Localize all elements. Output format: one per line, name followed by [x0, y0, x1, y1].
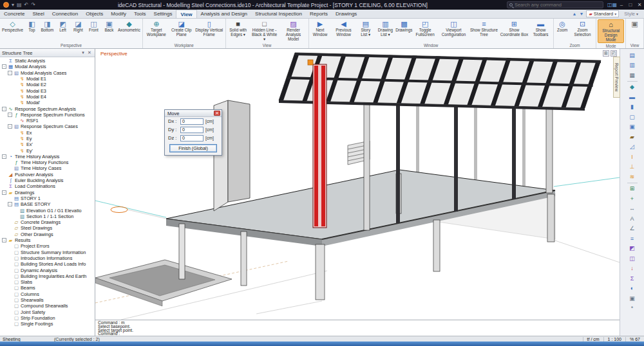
- ribbon-button-create-clip-plane[interactable]: ◪Create Clip Plane: [169, 19, 194, 42]
- ribbon-button-left[interactable]: ◩Left: [55, 19, 70, 42]
- dimension-tool-icon[interactable]: ↔: [627, 204, 638, 214]
- move-dialog-titlebar[interactable]: Move ✕: [165, 110, 222, 117]
- tree-item-results[interactable]: -▰Results: [0, 237, 95, 243]
- app-menu-icon[interactable]: ▾: [12, 2, 14, 8]
- tree-item-building-irregularities-and-earth[interactable]: ▢Building Irregularities And Earth: [0, 273, 95, 279]
- display-tool-icon[interactable]: ◐: [627, 284, 638, 294]
- dx-field[interactable]: [180, 118, 204, 125]
- tree-item-static-analysis[interactable]: ΣStatic Analysis: [0, 58, 95, 64]
- ribbon-button-target-workplane[interactable]: ⊕Target Workplane: [144, 19, 169, 42]
- expand-toggle-icon[interactable]: -: [2, 190, 6, 195]
- help-icon[interactable]: ▦: [612, 2, 617, 8]
- tree-item-compound-shearwalls[interactable]: ▢Compound Shearwalls: [0, 303, 95, 309]
- maximize-button[interactable]: □: [626, 0, 635, 10]
- settings-tool-icon[interactable]: *: [627, 304, 638, 314]
- ribbon-button-previous-window[interactable]: ◀Previous Window: [331, 19, 357, 42]
- tree-item-modal-e2[interactable]: ↯Modal E2: [0, 82, 95, 87]
- tree-item-steel-drawings[interactable]: ▱Steel Drawings: [0, 225, 95, 231]
- tree-item-slabs[interactable]: ▢Slabs: [0, 279, 95, 285]
- tree-item-modal[interactable]: ↯Modal': [0, 100, 95, 105]
- standard-combo[interactable]: ▰ Standard ▾: [586, 10, 619, 17]
- tree-item-beams[interactable]: ▢Beams: [0, 285, 95, 291]
- print-report-tool-icon[interactable]: ▦: [627, 70, 638, 80]
- tree-item-introduction-informations[interactable]: ▢Introduction Informations: [0, 255, 95, 261]
- expand-toggle-icon[interactable]: -: [2, 107, 6, 111]
- tree-item-shearwalls[interactable]: ▢Shearwalls: [0, 297, 95, 303]
- tree-item-concrete-drawings[interactable]: ▱Concrete Drawings: [0, 219, 95, 225]
- command-panel[interactable]: Command : mSelect basepoint.Select targe…: [95, 320, 620, 336]
- tab-steel[interactable]: Steel: [28, 10, 48, 18]
- status-scale[interactable]: 1 : 100: [603, 337, 625, 341]
- ribbon-button-camera[interactable]: ▣: [627, 19, 642, 42]
- tree-item-project-errors[interactable]: ▢Project Errors: [0, 243, 95, 249]
- tree-item-story-1[interactable]: ▤STORY 1: [0, 196, 95, 201]
- ribbon-button-story-list[interactable]: ▤Story List ▾: [357, 19, 374, 42]
- ribbon-button-drawing-list[interactable]: ▥Drawing List ▾: [375, 19, 396, 42]
- tree-item-time-history-analysis[interactable]: -◔Time History Analysis: [0, 154, 95, 159]
- tree-item-modal-e1[interactable]: ↯Modal E1: [0, 76, 95, 82]
- ribbon-button-perspective[interactable]: ◇Perspective: [1, 19, 24, 42]
- combinations-tool-icon[interactable]: Σ: [627, 273, 638, 284]
- ribbon-button-show-toolbars[interactable]: ▬Show Toolbars: [529, 19, 551, 42]
- save-icon[interactable]: ▤: [17, 2, 22, 8]
- analysis-model-tool-icon[interactable]: ◆: [627, 82, 638, 93]
- redo-icon[interactable]: ↷: [31, 2, 35, 8]
- ribbon-button-show-structure-tree[interactable]: ≡Show Structure Tree: [469, 19, 498, 42]
- building-3d-scene[interactable]: [95, 49, 620, 320]
- ribbon-button-right[interactable]: ◪Right: [71, 19, 86, 42]
- tree-item-elevation-g1-g1-elevatio[interactable]: ▥Elevation G1 / G1 Elevatio: [0, 207, 95, 213]
- tree-item-response-spectrum-analysis[interactable]: -∿Response Spectrum Analysis: [0, 105, 95, 111]
- ribbon-button-toggle-fullscreen[interactable]: ◰Toggle Fullscreen: [412, 19, 439, 42]
- tab-view[interactable]: View: [176, 10, 196, 18]
- tree-item-load-combinations[interactable]: ΣLoad Combinations: [0, 183, 95, 189]
- viewport-layout-icon[interactable]: ⊞: [603, 50, 609, 57]
- tree-item-drawings[interactable]: -▰Drawings: [0, 190, 95, 196]
- ribbon-button-next-window[interactable]: ▶Next Window: [310, 19, 330, 42]
- dz-field[interactable]: [180, 135, 204, 141]
- tree-item-base-story[interactable]: -▤BASE STORY: [0, 201, 95, 207]
- search-input[interactable]: [515, 2, 601, 8]
- viewport-maximize-icon[interactable]: ◰: [611, 50, 617, 57]
- connection-tool-icon[interactable]: ⊥: [627, 162, 638, 172]
- wall-tool-icon[interactable]: ▣: [627, 122, 638, 132]
- tree-item-dynamic-analysis[interactable]: ▢Dynamic Analysis: [0, 267, 95, 273]
- undo-icon[interactable]: ↶: [24, 2, 29, 8]
- tab-concrete[interactable]: Concrete: [0, 10, 28, 18]
- weld-tool-icon[interactable]: ≋: [627, 172, 638, 182]
- tree-item-pushover-analysis[interactable]: ◢Pushover Analysis: [0, 172, 95, 178]
- expand-toggle-icon[interactable]: -: [8, 202, 12, 206]
- tree-item-ey[interactable]: ↯Ey': [0, 147, 95, 153]
- tab-connection[interactable]: Connection: [48, 10, 82, 18]
- tree-item-response-spectrum-cases[interactable]: -▧Response Spectrum Cases: [0, 123, 95, 129]
- tree-item-other-drawings[interactable]: ▱Other Drawings: [0, 232, 95, 237]
- tree-item-modal-analysis[interactable]: -▦Modal Analysis: [0, 64, 95, 69]
- ribbon-button-viewport-configuration[interactable]: ◫Viewport Configuration: [439, 19, 468, 42]
- tree-item-strip-foundation[interactable]: ▢Strip Foundation: [0, 315, 95, 321]
- tree-item-response-spectrum-functions[interactable]: -ƒResponse Spectrum Functions: [0, 112, 95, 118]
- command-search[interactable]: [507, 1, 603, 8]
- tree-item-ey[interactable]: ↯Ey: [0, 136, 95, 141]
- steel-profile-tool-icon[interactable]: I: [627, 152, 638, 162]
- dy-field[interactable]: [180, 127, 204, 133]
- ribbon-button-drawings[interactable]: ▩Drawings: [397, 19, 412, 42]
- tree-item-modal-e3[interactable]: ↯Modal E3: [0, 87, 95, 93]
- scroll-up-icon[interactable]: ▲: [573, 12, 577, 16]
- scroll-down-icon[interactable]: ▼: [580, 12, 584, 16]
- tree-item-time-history-cases[interactable]: ▧Time History Cases: [0, 165, 95, 171]
- tree-item-joint-safety[interactable]: ▢Joint Safety: [0, 309, 95, 314]
- finish-global-button[interactable]: Finish (Global): [169, 144, 217, 152]
- ribbon-button-display-vertical-frame[interactable]: ▯Display Vertical Frame: [194, 19, 224, 42]
- ribbon-button-zoom[interactable]: ◎Zoom: [555, 19, 570, 42]
- ribbon-button-structural-design-mode[interactable]: ⌂Structural Design Mode: [598, 19, 624, 43]
- status-zoom[interactable]: % 67: [625, 337, 644, 341]
- minimize-button[interactable]: –: [617, 0, 626, 10]
- sync-icon[interactable]: ◫: [607, 2, 612, 8]
- expand-toggle-icon[interactable]: -: [2, 64, 6, 69]
- expand-toggle-icon[interactable]: -: [2, 238, 6, 242]
- tree-item-columns[interactable]: ▢Columns: [0, 291, 95, 297]
- tab-tools[interactable]: Tools: [130, 10, 150, 18]
- ribbon-button-render-analysis-model[interactable]: ▨Render Analysis Model: [280, 19, 307, 42]
- ribbon-button-bottom[interactable]: ◨Bottom: [40, 19, 55, 42]
- tab-settings[interactable]: Settings: [150, 10, 176, 18]
- foundation-tool-icon[interactable]: ▰: [627, 132, 638, 142]
